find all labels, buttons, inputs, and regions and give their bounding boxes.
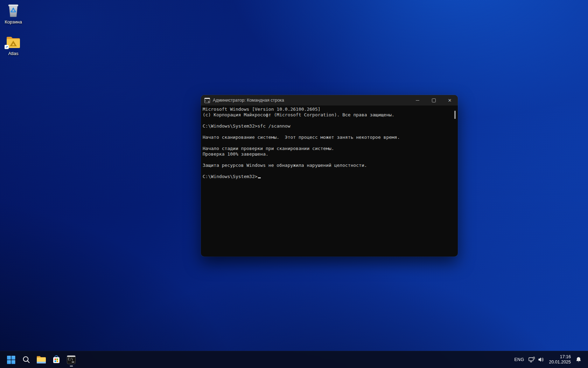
clock-date: 20.01.2025 bbox=[549, 360, 571, 365]
search-button[interactable] bbox=[19, 352, 33, 367]
microsoft-store-button[interactable] bbox=[49, 352, 63, 367]
notification-bell-icon[interactable] bbox=[575, 356, 582, 363]
console-output[interactable]: Microsoft Windows [Version 10.0.26100.26… bbox=[201, 105, 458, 257]
cmd-titlebar[interactable]: C:\ Администратор: Командная строка ✕ bbox=[201, 95, 458, 105]
console-line bbox=[203, 157, 452, 163]
console-prompt: C:\Windows\System32> bbox=[203, 174, 258, 179]
file-explorer-button[interactable] bbox=[34, 352, 48, 367]
console-line: (c) Корпорация Майкрософт (Microsoft Cor… bbox=[203, 112, 452, 118]
file-explorer-icon bbox=[36, 356, 46, 364]
maximize-button[interactable] bbox=[426, 95, 442, 105]
console-line: Защита ресурсов Windows не обнаружила на… bbox=[203, 163, 452, 168]
desktop-icon-label: Корзина bbox=[0, 19, 27, 25]
svg-text:C:\: C:\ bbox=[68, 358, 73, 361]
console-line: C:\Windows\System32>sfc /scannow bbox=[203, 123, 452, 129]
cmd-window: C:\ Администратор: Командная строка ✕ Mi… bbox=[201, 95, 458, 257]
console-line: Проверка 100% завершена. bbox=[203, 151, 452, 157]
start-button[interactable] bbox=[4, 352, 18, 367]
minimize-button[interactable] bbox=[410, 95, 426, 105]
console-prompt-line: C:\Windows\System32> bbox=[203, 174, 452, 179]
windows-logo-icon bbox=[7, 355, 15, 364]
maximize-icon bbox=[432, 98, 436, 102]
scrollbar-thumb[interactable] bbox=[454, 111, 456, 119]
microsoft-store-icon bbox=[52, 355, 61, 364]
shortcut-arrow-icon: ↗ bbox=[5, 45, 9, 49]
text-cursor bbox=[258, 177, 261, 178]
console-line bbox=[203, 129, 452, 135]
console-line: Начато сканирование системы. Этот процес… bbox=[203, 135, 452, 140]
desktop-icon-atlas[interactable]: ↗ Atlas bbox=[0, 36, 27, 56]
window-title: Администратор: Командная строка bbox=[213, 98, 284, 103]
desktop-icon-label: Atlas bbox=[0, 51, 27, 56]
desktop-wallpaper[interactable]: Корзина ↗ Atlas C:\ Администратор: Коман… bbox=[0, 0, 588, 368]
recycle-bin-icon bbox=[6, 3, 21, 18]
language-indicator[interactable]: ENG bbox=[514, 357, 524, 362]
minimize-icon bbox=[416, 100, 419, 101]
search-icon bbox=[22, 355, 30, 364]
console-scrollbar[interactable] bbox=[453, 106, 457, 256]
console-line bbox=[203, 168, 452, 174]
console-line bbox=[203, 140, 452, 146]
cmd-taskbar-icon: C:\ bbox=[67, 355, 76, 364]
console-line: Начало стадии проверки при сканировании … bbox=[203, 146, 452, 151]
volume-icon[interactable] bbox=[538, 357, 544, 362]
network-icon[interactable] bbox=[528, 357, 535, 363]
desktop-icon-recycle-bin[interactable]: Корзина bbox=[0, 3, 27, 25]
active-app-indicator bbox=[70, 366, 73, 367]
taskbar: C:\ ENG bbox=[0, 351, 588, 368]
cmd-taskbar-button[interactable]: C:\ bbox=[64, 352, 78, 367]
cmd-icon: C:\ bbox=[204, 98, 210, 103]
clock-time: 17:16 bbox=[549, 354, 571, 360]
console-line bbox=[203, 118, 452, 123]
taskbar-clock[interactable]: 17:16 20.01.2025 bbox=[549, 354, 571, 365]
console-line: Microsoft Windows [Version 10.0.26100.26… bbox=[203, 107, 452, 112]
close-button[interactable]: ✕ bbox=[442, 95, 458, 105]
